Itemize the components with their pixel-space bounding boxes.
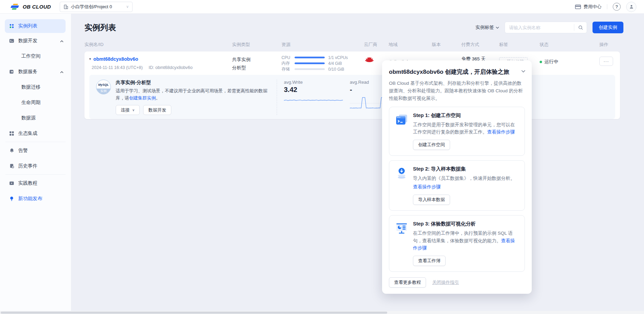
sidebar-item-history[interactable]: 历史事件 [0, 158, 71, 174]
sidebar-item-label: 告警 [18, 148, 28, 154]
sidebar-item-data-dev[interactable]: 数据开发 [0, 33, 71, 48]
memory-usage-value: 4/4 GiB [328, 61, 342, 66]
instance-meta: 2024-11-11 16:43 (UTC+8) ID: obmt68dcyx8… [92, 65, 193, 70]
close-guide-link[interactable]: 关闭操作指引 [432, 279, 459, 286]
step-1-title: Step 1: 创建工作空间 [413, 112, 519, 119]
instance-tag-filter[interactable]: 实例标签 [475, 24, 499, 31]
integration-grid-icon [9, 131, 14, 136]
avg-write-metric: avg.Write 3.42 [284, 80, 345, 106]
create-instance-button[interactable]: 创建实例 [593, 22, 623, 33]
sidebar-item-label: 历史事件 [18, 163, 37, 169]
sidebar-item-alerts[interactable]: 告警 [0, 143, 71, 158]
organization-icon [64, 4, 68, 9]
sidebar-item-label: 生命周期 [21, 100, 41, 106]
cpu-usage-bar [295, 57, 325, 58]
sidebar-item-label: 新功能发布 [18, 196, 42, 202]
instance-id: ID: obmt68dcyx8obv6o [149, 65, 193, 70]
project-selector-value: 小白学信创/Project 0 [71, 4, 112, 10]
instance-type-line1: 共享实例 [232, 56, 251, 64]
user-avatar[interactable] [626, 2, 636, 12]
chevron-up-icon[interactable] [60, 38, 64, 44]
main-content: 实例列表 实例标签 创建实例 实例名/ID 实例类型 资源 云厂商 地域 版本 … [71, 14, 644, 314]
horizontal-scrollbar-thumb[interactable] [1, 312, 387, 314]
chevron-up-icon[interactable] [60, 69, 64, 74]
data-dev-button[interactable]: 数据开发 [143, 105, 171, 115]
resource-storage: 存储 0/10 GiB [281, 66, 348, 72]
column-header-version: 版本 [432, 42, 441, 48]
search-button[interactable] [574, 22, 587, 33]
memory-usage-bar [295, 62, 325, 64]
step-2-view-steps-link[interactable]: 查看操作步骤 [413, 183, 441, 191]
data-service-icon [9, 69, 14, 74]
sidebar-item-label: 工作空间 [21, 53, 41, 59]
collapse-row-arrow[interactable]: ▼ [89, 57, 92, 61]
sidebar-item-eco-integration[interactable]: 生态集成 [0, 126, 71, 141]
instance-name-link[interactable]: obmt68dcyx8obv6o [93, 56, 138, 62]
column-header-vendor: 云厂商 [364, 42, 377, 48]
sidebar-item-label: 数据开发 [18, 38, 37, 44]
avg-write-sparkline [284, 94, 343, 106]
step-1-desc: 工作空间是用于数据开发和管理的单元，您可以在工作空间进行复杂的数据开发工作。查看… [413, 121, 519, 136]
chevron-down-icon: ∨ [132, 108, 135, 112]
sidebar-item-data-service[interactable]: 数据服务 [0, 64, 71, 79]
step-2-title: Step 2: 导入样本数据集 [413, 166, 519, 172]
create-cluster-link[interactable]: 创建集群实例 [129, 95, 156, 101]
sidebar-item-new-features[interactable]: 新功能发布 [0, 191, 71, 206]
expanded-title: 共享实例-分析型 [116, 80, 272, 86]
huawei-logo-icon [365, 56, 373, 66]
row-more-actions-button[interactable]: ··· [599, 57, 613, 66]
sidebar-item-workspace[interactable]: 工作空间 [0, 48, 71, 64]
billing-card-icon [575, 4, 581, 9]
lightbulb-icon [9, 196, 14, 201]
resource-cell: CPU 1/1 vCPUs 内存 4/4 GiB 存储 0/10 GiB [281, 55, 348, 72]
sidebar-item-label: 实例列表 [18, 23, 37, 29]
resource-memory: 内存 4/4 GiB [281, 60, 348, 66]
billing-center-label: 费用中心 [584, 4, 601, 10]
tag-filter-label: 实例标签 [475, 24, 494, 31]
guide-title: obmt68dcyx8obv6o 创建完成，开启体验之旅 [389, 68, 525, 76]
page-title: 实例列表 [84, 22, 116, 33]
status-cell: 运行中 [540, 59, 559, 65]
ob-cloud-logo: OB CLOUD [10, 3, 51, 10]
guide-step-1: Step 1: 创建工作空间 工作空间是用于数据开发和管理的单元，您可以在工作空… [389, 107, 525, 156]
sidebar-item-label: 数据源 [21, 115, 36, 121]
cpu-usage-value: 1/1 vCPUs [328, 55, 348, 60]
search-icon [578, 25, 583, 30]
step-3-desc: 在工作空间的工作簿中，执行预置的示例 SQL 语句，查看结果集，体验数据可视化的… [413, 230, 519, 252]
sidebar-item-label: 实践教程 [18, 180, 37, 186]
history-document-icon [9, 163, 14, 169]
resource-cpu: CPU 1/1 vCPUs [281, 55, 348, 60]
workspace-terminal-icon [395, 112, 409, 150]
create-workspace-button[interactable]: 创建工作空间 [413, 140, 450, 150]
help-button[interactable]: ? [613, 3, 621, 11]
guide-step-3: Step 3: 体验数据可视化分析 在工作空间的工作簿中，执行预置的示例 SQL… [389, 215, 525, 272]
visualization-board-icon [395, 221, 409, 266]
column-header-name: 实例名/ID [84, 42, 104, 48]
dashed-divider [277, 80, 277, 115]
step-3-title: Step 3: 体验数据可视化分析 [413, 221, 519, 227]
import-sample-data-button[interactable]: 导入样本数据 [413, 195, 450, 205]
column-header-resource: 资源 [281, 42, 290, 48]
column-header-status: 状态 [540, 42, 549, 48]
project-selector[interactable]: 小白学信创/Project 0 ∨ [60, 2, 133, 12]
sidebar-item-lifecycle[interactable]: 生命周期 [0, 95, 71, 110]
sidebar-item-instances[interactable]: 实例列表 [5, 19, 66, 33]
sidebar-item-data-source[interactable]: 数据源 [0, 110, 71, 126]
more-tutorials-button[interactable]: 查看更多教程 [389, 277, 426, 288]
connect-button[interactable]: 连接 ∨ [116, 105, 140, 115]
guide-step-2: Step 2: 导入样本数据集 导入内置的《员工数据集》，快速开始数据分析。 查… [389, 160, 525, 211]
instance-created-time: 2024-11-11 16:43 (UTC+8) [92, 65, 143, 70]
search-input[interactable] [505, 25, 574, 30]
storage-usage-bar [295, 68, 325, 70]
sidebar-item-tutorials[interactable]: 实践教程 [0, 175, 71, 191]
billing-center-button[interactable]: 费用中心 [575, 4, 601, 10]
table-header: 实例名/ID 实例类型 资源 云厂商 地域 版本 付费方式 标签 状态 操作 [84, 38, 620, 50]
view-workbook-button[interactable]: 查看工作簿 [413, 256, 446, 266]
sidebar-divider [5, 142, 66, 142]
sidebar-item-data-migration[interactable]: 数据迁移 [0, 79, 71, 95]
column-header-billing: 付费方式 [461, 42, 479, 48]
collapse-panel-chevron-icon[interactable] [521, 68, 526, 74]
terminal-icon [9, 38, 14, 44]
column-header-action: 操作 [599, 42, 608, 48]
step-1-view-steps-link[interactable]: 查看操作步骤 [487, 129, 515, 135]
